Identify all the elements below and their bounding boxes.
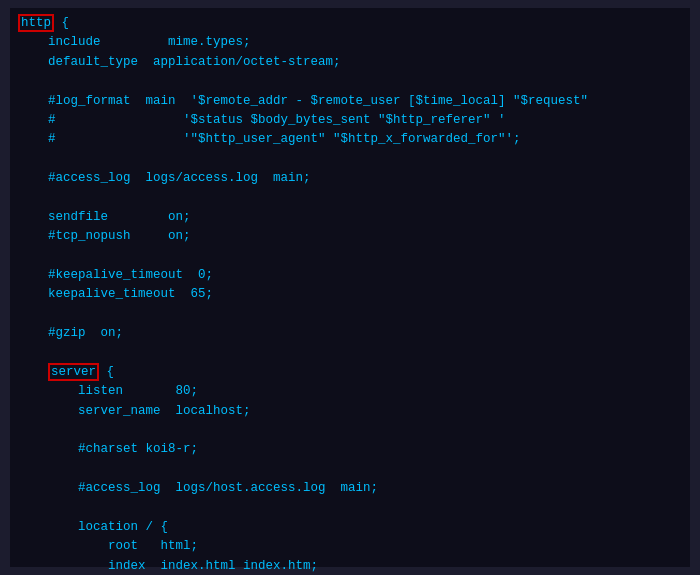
code-text: server_name localhost; <box>78 404 251 418</box>
code-text: { <box>54 16 69 30</box>
indent <box>18 326 48 340</box>
code-text: root html; <box>108 539 198 553</box>
code-text: # '"$http_user_agent" "$http_x_forwarded… <box>48 132 521 146</box>
code-text: keepalive_timeout 65; <box>48 287 213 301</box>
code-line <box>18 498 682 517</box>
code-line: # '$status $body_bytes_sent "$http_refer… <box>18 111 682 130</box>
code-line: index index.html index.htm; <box>18 557 682 576</box>
code-line: default_type application/octet-stream; <box>18 53 682 72</box>
indent <box>18 559 108 573</box>
indent <box>18 384 78 398</box>
code-container: http { include mime.types; default_type … <box>0 0 700 575</box>
code-line: http { <box>18 14 682 33</box>
code-line <box>18 247 682 266</box>
code-text: index index.html index.htm; <box>108 559 318 573</box>
code-line <box>18 188 682 207</box>
indent <box>18 94 48 108</box>
code-text: # '$status $body_bytes_sent "$http_refer… <box>48 113 506 127</box>
code-text: { <box>99 365 114 379</box>
code-text: include mime.types; <box>48 35 251 49</box>
indent <box>18 287 48 301</box>
code-text: #keepalive_timeout 0; <box>48 268 213 282</box>
code-line: # '"$http_user_agent" "$http_x_forwarded… <box>18 130 682 149</box>
indent <box>18 35 48 49</box>
indent <box>18 55 48 69</box>
code-text: default_type application/octet-stream; <box>48 55 341 69</box>
code-line: server { <box>18 363 682 382</box>
code-line <box>18 150 682 169</box>
code-line: #gzip on; <box>18 324 682 343</box>
code-line: listen 80; <box>18 382 682 401</box>
indent <box>18 268 48 282</box>
code-line <box>18 460 682 479</box>
indent <box>18 520 78 534</box>
indent <box>18 404 78 418</box>
code-text: location / { <box>78 520 168 534</box>
code-line: #access_log logs/host.access.log main; <box>18 479 682 498</box>
code-line <box>18 72 682 91</box>
code-line: #keepalive_timeout 0; <box>18 266 682 285</box>
indent <box>18 171 48 185</box>
code-line: location / { <box>18 518 682 537</box>
code-text: #log_format main '$remote_addr - $remote… <box>48 94 588 108</box>
code-text: #gzip on; <box>48 326 123 340</box>
code-text: #access_log logs/host.access.log main; <box>78 481 378 495</box>
code-line <box>18 343 682 362</box>
code-line: keepalive_timeout 65; <box>18 285 682 304</box>
code-text: sendfile on; <box>48 210 191 224</box>
code-line: #access_log logs/access.log main; <box>18 169 682 188</box>
code-text: #tcp_nopush on; <box>48 229 191 243</box>
keyword-highlighted: server <box>48 363 99 381</box>
code-view[interactable]: http { include mime.types; default_type … <box>10 8 690 567</box>
code-line: sendfile on; <box>18 208 682 227</box>
indent <box>18 229 48 243</box>
indent <box>18 442 78 456</box>
indent <box>18 539 108 553</box>
code-text: listen 80; <box>78 384 198 398</box>
code-line: server_name localhost; <box>18 402 682 421</box>
code-text: #charset koi8-r; <box>78 442 198 456</box>
indent <box>18 481 78 495</box>
indent <box>18 365 48 379</box>
code-text: #access_log logs/access.log main; <box>48 171 311 185</box>
code-line <box>18 305 682 324</box>
keyword-highlighted: http <box>18 14 54 32</box>
code-line: #tcp_nopush on; <box>18 227 682 246</box>
indent <box>18 132 48 146</box>
code-line <box>18 421 682 440</box>
code-line: root html; <box>18 537 682 556</box>
code-line: #log_format main '$remote_addr - $remote… <box>18 92 682 111</box>
indent <box>18 113 48 127</box>
indent <box>18 210 48 224</box>
code-line: include mime.types; <box>18 33 682 52</box>
code-line: #charset koi8-r; <box>18 440 682 459</box>
